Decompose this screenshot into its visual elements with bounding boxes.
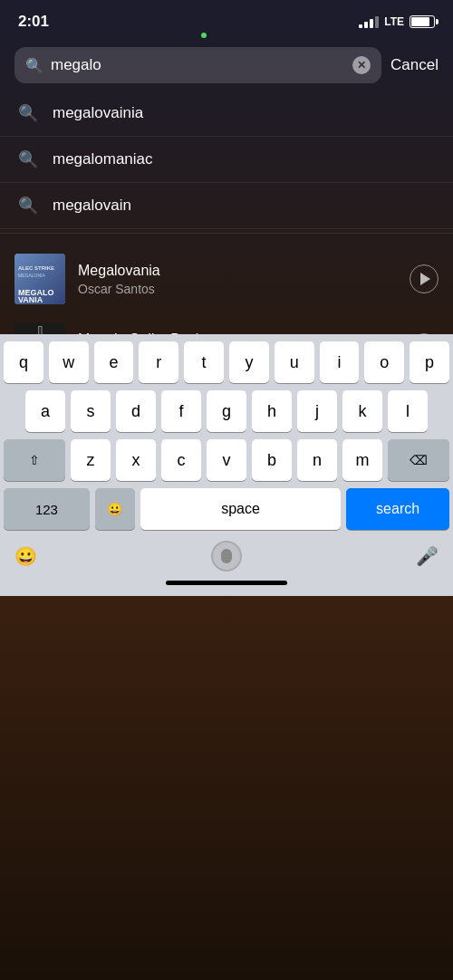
key-t[interactable]: t xyxy=(184,341,224,383)
key-u[interactable]: u xyxy=(275,341,314,383)
wifi-indicator xyxy=(201,33,207,38)
key-y[interactable]: y xyxy=(229,341,269,383)
lte-label: LTE xyxy=(384,15,404,28)
suggestion-text-2: megalomaniac xyxy=(53,150,153,168)
suggestion-text-1: megalovainia xyxy=(53,104,143,122)
search-suggestion-icon-2: 🔍 xyxy=(18,149,38,169)
battery-icon xyxy=(410,15,435,28)
suggestion-item-3[interactable]: 🔍 megalovain xyxy=(0,183,453,229)
svg-text:ALEC STRIKE: ALEC STRIKE xyxy=(18,265,54,271)
key-emoji[interactable]: 😀 xyxy=(95,488,135,530)
key-s[interactable]: s xyxy=(71,390,111,432)
key-d[interactable]: d xyxy=(116,390,156,432)
divider xyxy=(0,233,453,234)
dictation-icon[interactable] xyxy=(211,541,242,572)
key-shift[interactable]: ⇧ xyxy=(4,439,65,481)
track-item-1[interactable]: ALEC STRIKE MEGALONIA MEGALO VANIA Megal… xyxy=(0,245,453,313)
key-w[interactable]: w xyxy=(49,341,89,383)
play-icon-1 xyxy=(420,273,430,285)
track-artist-1: Oscar Santos xyxy=(78,282,397,296)
keyboard-bottom-row: 😀 🎤 xyxy=(4,537,449,575)
key-o[interactable]: o xyxy=(364,341,404,383)
key-j[interactable]: j xyxy=(297,390,337,432)
suggestion-text-3: megalovain xyxy=(53,197,131,215)
key-i[interactable]: i xyxy=(320,341,360,383)
status-time: 2:01 xyxy=(18,13,49,31)
keyboard: q w e r t y u i o p a s d f g h j k l ⇧ … xyxy=(0,334,453,596)
svg-text:MEGALONIA: MEGALONIA xyxy=(18,273,45,278)
key-q[interactable]: q xyxy=(4,341,43,383)
key-k[interactable]: k xyxy=(342,390,382,432)
svg-text:VANIA: VANIA xyxy=(18,295,43,304)
key-f[interactable]: f xyxy=(161,390,201,432)
key-z[interactable]: z xyxy=(71,439,111,481)
keyboard-row-3: ⇧ z x c v b n m ⌫ xyxy=(4,439,449,481)
key-l[interactable]: l xyxy=(388,390,428,432)
key-b[interactable]: b xyxy=(252,439,292,481)
key-v[interactable]: v xyxy=(207,439,246,481)
suggestion-item-1[interactable]: 🔍 megalovainia xyxy=(0,91,453,137)
status-bar: 2:01 LTE xyxy=(0,0,453,40)
search-input-wrapper[interactable]: 🔍 megalo ✕ xyxy=(14,47,381,83)
status-icons: LTE xyxy=(359,15,435,28)
keyboard-row-4: 123 😀 space search xyxy=(4,488,449,530)
search-suggestion-icon-3: 🔍 xyxy=(18,196,38,216)
key-delete[interactable]: ⌫ xyxy=(388,439,449,481)
suggestions-list: 🔍 megalovainia 🔍 megalomaniac 🔍 megalova… xyxy=(0,91,453,229)
key-e[interactable]: e xyxy=(94,341,134,383)
suggestion-item-2[interactable]: 🔍 megalomaniac xyxy=(0,137,453,183)
key-h[interactable]: h xyxy=(252,390,292,432)
key-c[interactable]: c xyxy=(161,439,201,481)
signal-bars xyxy=(359,16,379,28)
key-r[interactable]: r xyxy=(139,341,178,383)
key-n[interactable]: n xyxy=(297,439,337,481)
play-button-1[interactable] xyxy=(410,264,439,293)
clear-search-button[interactable]: ✕ xyxy=(352,56,371,74)
mic-key[interactable]: 🎤 xyxy=(416,545,439,567)
track-art-1: ALEC STRIKE MEGALONIA MEGALO VANIA xyxy=(14,254,65,304)
emoji-key-bottom[interactable]: 😀 xyxy=(14,545,37,567)
track-info-1: Megalovania Oscar Santos xyxy=(78,263,397,296)
keyboard-row-1: q w e r t y u i o p xyxy=(4,341,449,383)
key-p[interactable]: p xyxy=(410,341,449,383)
cancel-button[interactable]: Cancel xyxy=(390,56,439,74)
search-suggestion-icon: 🔍 xyxy=(18,103,38,123)
search-icon: 🔍 xyxy=(25,57,43,74)
key-search[interactable]: search xyxy=(346,488,449,530)
key-g[interactable]: g xyxy=(207,390,246,432)
track-title-1: Megalovania xyxy=(78,263,397,279)
key-x[interactable]: x xyxy=(116,439,156,481)
key-space[interactable]: space xyxy=(140,488,341,530)
key-m[interactable]: m xyxy=(342,439,382,481)
search-bar-container: 🔍 megalo ✕ Cancel xyxy=(0,40,453,91)
keyboard-row-2: a s d f g h j k l xyxy=(4,390,449,432)
search-input[interactable]: megalo xyxy=(51,56,345,74)
key-a[interactable]: a xyxy=(25,390,65,432)
key-numbers[interactable]: 123 xyxy=(4,488,90,530)
